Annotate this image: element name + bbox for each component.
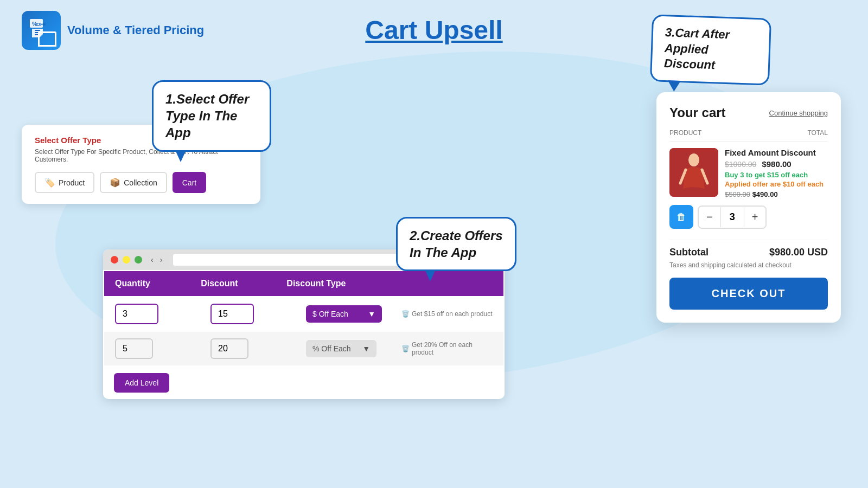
- discount-input-2[interactable]: [210, 338, 248, 359]
- discount-type-select-2[interactable]: % Off Each ▼: [306, 340, 376, 357]
- col-discount-type: Discount Type: [286, 279, 390, 288]
- cart-panel: Your cart Continue shopping PRODUCT TOTA…: [656, 92, 841, 323]
- dollar-off-each-label: $ Off Each: [312, 310, 348, 318]
- offers-table: Quantity Discount Discount Type $ Off Ea…: [103, 270, 505, 367]
- product-icon: 🏷️: [44, 177, 55, 188]
- pct-off-each-label: % Off Each: [312, 344, 351, 353]
- quantity-value: 3: [720, 207, 744, 227]
- item-name: Fixed Amount Discount: [725, 148, 828, 157]
- logo-icon: % OFF: [22, 11, 61, 50]
- subtotal-value: $980.00 USD: [769, 247, 828, 258]
- subtotal-row: Subtotal $980.00 USD: [669, 240, 828, 258]
- bubble-create-offers: 2.Create OffersIn The App: [396, 217, 516, 271]
- collection-icon: 📦: [110, 177, 120, 188]
- browser-window: ‹ › Quantity Discount Discount Type: [103, 249, 505, 399]
- logo-text: Volume & Tiered Pricing: [67, 23, 204, 38]
- cart-title: Your cart: [669, 105, 726, 120]
- offer-type-product[interactable]: 🏷️ Product: [35, 172, 94, 193]
- cart-controls: 🗑 − 3 +: [669, 205, 828, 229]
- offer-row-2: % Off Each ▼ 🗑️ Get 20% Off on each prod…: [104, 332, 503, 365]
- offer-type-cart[interactable]: Cart: [173, 172, 206, 193]
- svg-text:OFF: OFF: [36, 22, 46, 27]
- tax-info: Taxes and shipping calculated at checkou…: [669, 261, 828, 269]
- svg-rect-4: [35, 32, 40, 33]
- logo: % OFF Volume & Tiered Pricing: [22, 11, 204, 50]
- cart-item-image: [669, 148, 718, 197]
- quantity-decrease-button[interactable]: −: [699, 207, 720, 228]
- hint-row-2: 🗑️ Get 20% Off on each product: [401, 341, 493, 356]
- offer-type-collection[interactable]: 📦 Collection: [100, 172, 167, 193]
- quantity-increase-button[interactable]: +: [744, 207, 766, 228]
- col-hint: [390, 279, 493, 288]
- qty-input-1[interactable]: [115, 304, 158, 324]
- trash-icon-2[interactable]: 🗑️: [401, 345, 410, 352]
- browser-forward[interactable]: ›: [158, 254, 165, 265]
- quantity-control: − 3 +: [698, 206, 767, 229]
- dropdown-arrow-icon: ▼: [368, 310, 375, 318]
- offer-row-1: $ Off Each ▼ 🗑️ Get $15 off on each prod…: [104, 297, 503, 331]
- svg-point-7: [688, 153, 699, 166]
- col-total: TOTAL: [807, 129, 828, 137]
- dropdown-arrow-icon-2: ▼: [362, 344, 370, 353]
- checkout-button[interactable]: CHECK OUT: [669, 278, 828, 310]
- browser-dot-green[interactable]: [135, 256, 142, 264]
- item-price-range: $500.00 $490.00: [725, 190, 828, 198]
- col-product: PRODUCT: [669, 129, 701, 137]
- bubble-select-offer: 1.Select OfferType In The App: [152, 80, 271, 152]
- item-applied: Applied offer are $10 off each: [725, 180, 828, 188]
- cart-item: Fixed Amount Discount $1000.00 $980.00 B…: [669, 148, 828, 198]
- browser-nav: ‹ ›: [149, 254, 164, 265]
- qty-input-2[interactable]: [115, 338, 153, 359]
- trash-can-icon: 🗑: [676, 211, 686, 223]
- browser-dot-yellow[interactable]: [123, 256, 130, 264]
- col-quantity: Quantity: [115, 279, 201, 288]
- discount-type-select-1[interactable]: $ Off Each ▼: [306, 305, 382, 323]
- cart-item-details: Fixed Amount Discount $1000.00 $980.00 B…: [725, 148, 828, 198]
- subtotal-label: Subtotal: [669, 247, 709, 258]
- browser-back[interactable]: ‹: [149, 254, 156, 265]
- offer-type-buttons: 🏷️ Product 📦 Collection Cart: [35, 172, 247, 193]
- discount-input-1[interactable]: [210, 304, 254, 324]
- browser-dot-red[interactable]: [111, 256, 118, 264]
- trash-icon-1[interactable]: 🗑️: [401, 310, 410, 318]
- item-promo: Buy 3 to get $15 off each: [725, 171, 828, 179]
- hint-row-1: 🗑️ Get $15 off on each product: [401, 310, 493, 318]
- continue-shopping-link[interactable]: Continue shopping: [769, 109, 828, 117]
- item-sale-price: $980.00: [762, 159, 791, 169]
- add-level-button[interactable]: Add Level: [114, 373, 169, 393]
- svg-rect-3: [35, 30, 40, 31]
- page-title: Cart Upsell: [365, 15, 502, 45]
- bubble-cart-after: 3.Cart After Applied Discount: [650, 14, 771, 85]
- cart-columns: PRODUCT TOTAL: [669, 129, 828, 142]
- col-discount: Discount: [201, 279, 286, 288]
- cart-header: Your cart Continue shopping: [669, 105, 828, 120]
- item-original-price: $1000.00: [725, 160, 756, 169]
- svg-rect-5: [35, 34, 39, 35]
- delete-item-button[interactable]: 🗑: [669, 205, 693, 229]
